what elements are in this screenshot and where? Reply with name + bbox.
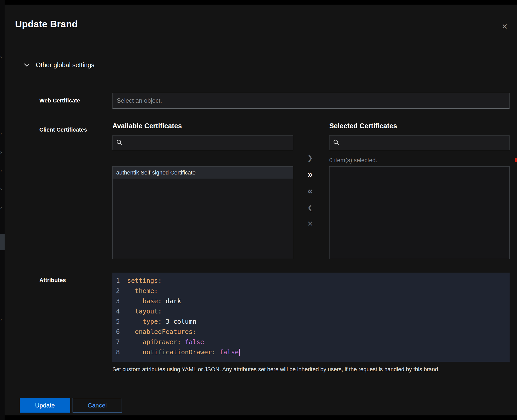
search-icon: [333, 139, 339, 146]
selected-search-input[interactable]: [342, 139, 506, 146]
delete-selection-button[interactable]: ✕: [303, 218, 317, 229]
sidebar-chevron-icon: ›: [0, 149, 2, 155]
available-search-input[interactable]: [125, 139, 289, 146]
remove-all-button[interactable]: «: [303, 185, 317, 197]
web-certificate-label: Web Certificate: [39, 97, 80, 104]
cancel-button[interactable]: Cancel: [73, 398, 122, 413]
client-certificates-label: Client Certificates: [39, 126, 87, 133]
code-line: 2 theme:: [116, 286, 510, 296]
search-icon: [116, 139, 122, 146]
code-line: 5 type: 3-column: [116, 317, 510, 327]
attributes-code-editor[interactable]: 1settings:2 theme:3 base: dark4 layout:5…: [112, 273, 510, 362]
selected-certificates-title: Selected Certificates: [329, 122, 397, 130]
section-toggle-other-global-settings[interactable]: Other global settings: [24, 61, 94, 69]
sidebar-chevron-icon: ›: [0, 54, 2, 59]
update-brand-modal: Update Brand ✕ Other global settings Web…: [5, 5, 517, 415]
available-certificates-title: Available Certificates: [112, 122, 182, 130]
sidebar-chevron-icon: ›: [0, 168, 2, 173]
available-certificate-item[interactable]: authentik Self-signed Certificate: [113, 167, 293, 179]
attributes-help-text: Set custom attributes using YAML or JSON…: [112, 366, 503, 373]
section-label: Other global settings: [36, 61, 94, 69]
app-background: › › › › › › › Update Brand ✕ Other globa…: [0, 0, 517, 420]
close-icon[interactable]: ✕: [500, 21, 510, 32]
update-button[interactable]: Update: [20, 398, 70, 413]
add-selected-button[interactable]: ❯: [303, 152, 317, 164]
web-certificate-select[interactable]: [112, 93, 510, 109]
attributes-label: Attributes: [39, 277, 66, 284]
sidebar-chevron-icon: ›: [0, 131, 2, 136]
add-all-button[interactable]: »: [303, 169, 317, 180]
modal-title: Update Brand: [15, 19, 78, 30]
selected-search: [329, 135, 510, 150]
sidebar-sliver: › › › › › › ›: [0, 0, 5, 420]
selected-certificates-list[interactable]: [329, 166, 510, 259]
code-line: 4 layout:: [116, 306, 510, 317]
code-line: 6 enabledFeatures:: [116, 327, 510, 337]
chevron-down-icon: [24, 63, 30, 67]
sidebar-active-item-sliver: [0, 234, 5, 250]
code-line: 3 base: dark: [116, 296, 510, 306]
sidebar-chevron-icon: ›: [0, 205, 2, 210]
available-certificates-list[interactable]: authentik Self-signed Certificate: [112, 166, 293, 259]
sidebar-chevron-icon: ›: [0, 186, 2, 191]
code-line: 1settings:: [116, 276, 510, 286]
code-line: 7 apiDrawer: false: [116, 337, 510, 347]
code-line: 8 notificationDrawer: false: [116, 347, 510, 357]
remove-selected-button[interactable]: ❮: [303, 202, 317, 213]
available-search: [112, 135, 293, 150]
sidebar-chevron-icon: ›: [0, 317, 2, 322]
notification-sliver: [515, 158, 517, 162]
selected-count: 0 item(s) selected.: [329, 157, 377, 164]
